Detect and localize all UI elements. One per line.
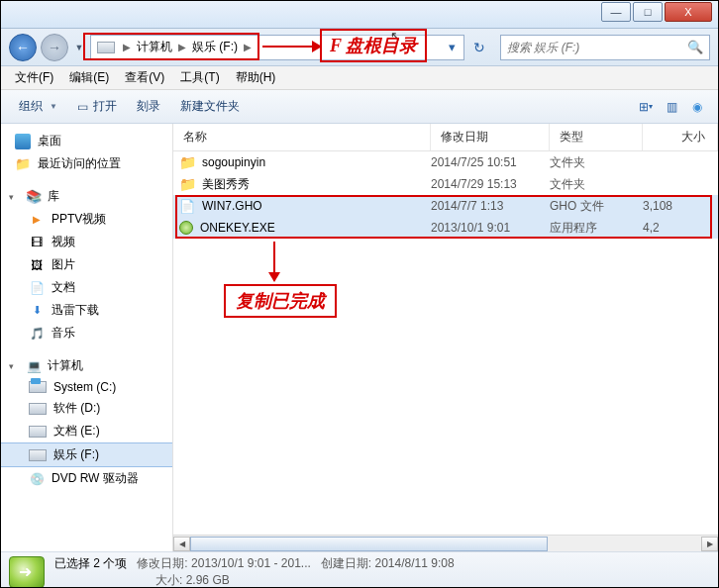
pptv-icon xyxy=(29,212,45,228)
library-icon xyxy=(26,189,42,205)
file-name: WIN7.GHO xyxy=(202,199,262,213)
column-name[interactable]: 名称 xyxy=(173,124,431,150)
menu-bar: 文件(F) 编辑(E) 查看(V) 工具(T) 帮助(H) xyxy=(1,66,718,90)
file-name: ONEKEY.EXE xyxy=(200,221,275,235)
search-icon: 🔍 xyxy=(687,40,703,54)
collapse-icon[interactable]: ▾ xyxy=(9,192,20,202)
file-type: GHO 文件 xyxy=(550,198,643,215)
file-name: 美图秀秀 xyxy=(202,176,250,193)
nav-drive-e[interactable]: 文档 (E:) xyxy=(1,420,172,442)
drive-icon xyxy=(29,449,47,461)
file-date: 2014/7/25 10:51 xyxy=(431,155,550,169)
open-icon: ▭ xyxy=(77,100,88,114)
xunlei-icon xyxy=(29,303,45,319)
file-date: 2013/10/1 9:01 xyxy=(431,221,550,235)
video-icon xyxy=(29,235,45,250)
status-bar: 已选择 2 个项 修改日期: 2013/10/1 9:01 - 201... 创… xyxy=(1,551,718,588)
collapse-icon[interactable]: ▾ xyxy=(9,361,20,371)
file-list: sogoupinyin2014/7/25 10:51文件夹美图秀秀2014/7/… xyxy=(173,151,718,239)
nav-music[interactable]: 音乐 xyxy=(1,322,172,344)
menu-view[interactable]: 查看(V) xyxy=(117,69,172,86)
view-options-button[interactable]: ⊞ ▾ xyxy=(635,96,657,118)
nav-pptv[interactable]: PPTV视频 xyxy=(1,208,172,231)
dvd-icon xyxy=(29,471,45,487)
help-button[interactable]: ◉ xyxy=(686,96,708,118)
nav-library[interactable]: ▾库 xyxy=(1,185,172,208)
file-icon xyxy=(179,198,195,214)
documents-icon xyxy=(29,280,45,296)
nav-desktop[interactable]: 桌面 xyxy=(1,130,172,152)
file-date: 2014/7/7 1:13 xyxy=(431,199,550,213)
refresh-button[interactable]: ↻ xyxy=(468,36,490,59)
menu-file[interactable]: 文件(F) xyxy=(7,69,61,86)
back-button[interactable]: ← xyxy=(9,34,37,61)
close-button[interactable]: X xyxy=(665,2,712,22)
breadcrumb-computer[interactable]: 计算机 xyxy=(133,39,176,55)
drive-icon xyxy=(29,381,47,393)
menu-tools[interactable]: 工具(T) xyxy=(172,69,227,86)
drive-icon xyxy=(97,42,115,53)
annotation-label-copied: 复制已完成 xyxy=(224,284,337,318)
navigation-pane: 桌面 最近访问的位置 ▾库 PPTV视频 视频 图片 文档 迅雷下载 音乐 ▾计… xyxy=(1,124,173,551)
nav-video[interactable]: 视频 xyxy=(1,231,172,253)
separator-icon: ▶ xyxy=(176,42,188,52)
nav-recent[interactable]: 最近访问的位置 xyxy=(1,152,172,175)
separator-icon: ▶ xyxy=(242,42,254,52)
drive-icon xyxy=(29,403,47,415)
file-row[interactable]: WIN7.GHO2014/7/7 1:13GHO 文件3,108 xyxy=(173,195,718,217)
column-date[interactable]: 修改日期 xyxy=(431,124,550,150)
open-button[interactable]: ▭打开 xyxy=(67,90,127,123)
search-box[interactable]: 🔍 xyxy=(500,35,710,60)
search-input[interactable] xyxy=(507,41,681,54)
exe-icon xyxy=(179,221,193,235)
history-dropdown[interactable]: ▼ xyxy=(72,36,86,59)
folder-icon xyxy=(179,154,195,170)
file-type: 文件夹 xyxy=(550,154,643,171)
file-type: 文件夹 xyxy=(550,176,643,193)
file-type: 应用程序 xyxy=(550,220,643,237)
scroll-right-button[interactable]: ▶ xyxy=(701,537,718,551)
breadcrumb-drive-f[interactable]: 娱乐 (F:) xyxy=(188,39,242,55)
horizontal-scrollbar[interactable]: ◀ ▶ xyxy=(173,535,718,551)
nav-drive-c[interactable]: System (C:) xyxy=(1,377,172,397)
column-type[interactable]: 类型 xyxy=(550,124,643,150)
column-headers: 名称 修改日期 类型 大小 xyxy=(173,124,718,151)
nav-documents[interactable]: 文档 xyxy=(1,276,172,299)
menu-edit[interactable]: 编辑(E) xyxy=(61,69,117,86)
nav-dvd[interactable]: DVD RW 驱动器 xyxy=(1,467,172,490)
toolbar: 组织▼ ▭打开 刻录 新建文件夹 ⊞ ▾ ▥ ◉ xyxy=(1,90,718,124)
preview-pane-button[interactable]: ▥ xyxy=(661,96,682,118)
minimize-button[interactable]: — xyxy=(601,2,631,22)
status-details: 已选择 2 个项 修改日期: 2013/10/1 9:01 - 201... 创… xyxy=(54,555,455,588)
new-folder-button[interactable]: 新建文件夹 xyxy=(170,90,250,123)
burn-button[interactable]: 刻录 xyxy=(127,90,170,123)
nav-drive-d[interactable]: 软件 (D:) xyxy=(1,397,172,420)
desktop-icon xyxy=(15,134,31,149)
nav-drive-f[interactable]: 娱乐 (F:) xyxy=(1,442,172,467)
chevron-down-icon: ▼ xyxy=(50,102,57,111)
column-size[interactable]: 大小 xyxy=(643,124,718,150)
recent-icon xyxy=(15,156,31,172)
scroll-left-button[interactable]: ◀ xyxy=(173,537,190,551)
scroll-thumb[interactable] xyxy=(190,537,548,551)
nav-computer[interactable]: ▾计算机 xyxy=(1,354,172,377)
file-row[interactable]: 美图秀秀2014/7/29 15:13文件夹 xyxy=(173,173,718,195)
file-row[interactable]: sogoupinyin2014/7/25 10:51文件夹 xyxy=(173,151,718,173)
file-name: sogoupinyin xyxy=(202,155,265,169)
maximize-button[interactable]: □ xyxy=(633,2,663,22)
refresh-dropdown[interactable]: ▾ xyxy=(440,36,463,59)
drive-icon xyxy=(29,426,47,438)
forward-button[interactable]: → xyxy=(41,34,68,61)
nav-xunlei[interactable]: 迅雷下载 xyxy=(1,299,172,322)
menu-help[interactable]: 帮助(H) xyxy=(228,69,284,86)
scroll-track[interactable] xyxy=(190,537,701,551)
nav-pictures[interactable]: 图片 xyxy=(1,253,172,276)
pictures-icon xyxy=(29,257,45,273)
organize-button[interactable]: 组织▼ xyxy=(9,90,67,123)
music-icon xyxy=(29,326,45,342)
computer-icon xyxy=(26,358,42,374)
file-row[interactable]: ONEKEY.EXE2013/10/1 9:01应用程序4,2 xyxy=(173,217,718,239)
file-date: 2014/7/29 15:13 xyxy=(431,177,550,191)
file-size: 4,2 xyxy=(643,221,718,235)
status-title: 已选择 2 个项 xyxy=(54,556,127,570)
